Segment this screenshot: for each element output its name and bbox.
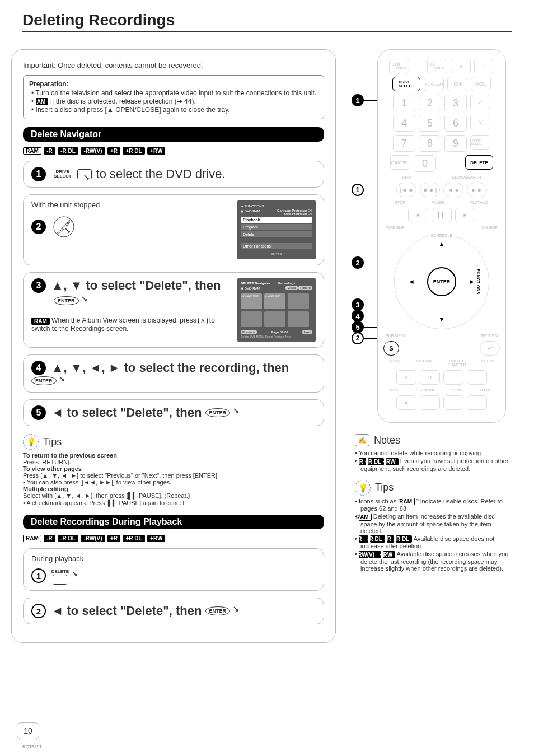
a-button[interactable]: A — [396, 370, 416, 385]
tv-video-button[interactable]: TV/VIDEO — [424, 77, 444, 91]
num-4-button[interactable]: 4 — [393, 115, 415, 132]
num-5-button[interactable]: 5 — [419, 115, 441, 132]
schedule-label: SCHEDULE — [431, 234, 452, 237]
preparation-heading: Preparation: — [29, 80, 318, 88]
dpad-down-icon[interactable]: ▼ — [438, 315, 445, 323]
remote-callout-4: 4 — [352, 310, 364, 322]
preparation-box: Preparation: • Turn on the television an… — [23, 75, 324, 119]
num-3-button[interactable]: 3 — [444, 95, 467, 111]
step-3-note: When the Album View screen is displayed,… — [50, 316, 198, 324]
step-number-icon: 1 — [31, 167, 46, 181]
disc-chip: RAM — [23, 535, 41, 542]
menu-item: Program — [241, 224, 312, 230]
cancel-button[interactable]: CANCEL — [390, 155, 410, 170]
ch-up-button[interactable]: ∧ — [451, 59, 471, 73]
d-button[interactable] — [467, 370, 487, 385]
step-3-box: 3 ▲, ▼ to select "Delete", then ENTER RA… — [23, 272, 324, 348]
rec-mode-button[interactable] — [420, 395, 440, 410]
num-7-button[interactable]: 7 — [393, 135, 415, 152]
playback-step-1-box: During playback 1 DELETE — [23, 548, 324, 591]
slow-back-button[interactable]: ◄◄ — [443, 183, 463, 197]
dpad-left-icon[interactable]: ◄ — [408, 278, 415, 286]
num-8-button[interactable]: 8 — [419, 135, 441, 152]
step-1-box: 1 DRIVE SELECT to select the DVD drive. — [23, 161, 324, 188]
status-button[interactable] — [467, 395, 487, 410]
disc-chip: -RW(V) — [81, 535, 105, 542]
ch-down-button[interactable]: ∨ — [470, 115, 490, 129]
enter-button-icon: ENTER — [205, 408, 231, 417]
enter-button-icon: ENTER — [205, 606, 231, 615]
pause-button[interactable]: ▍▍ — [432, 208, 452, 222]
ram-chip: RAM — [36, 98, 49, 105]
ch-up-button[interactable]: ∧ — [470, 95, 490, 109]
step-5-text: ◄ to select "Delete", then — [51, 405, 205, 419]
dvd-power-button[interactable]: DVD POWER — [389, 59, 409, 73]
notes-heading: ✍ Notes — [355, 434, 512, 446]
vol-up-button[interactable]: + — [474, 59, 494, 73]
disc-chip: -R — [44, 147, 55, 155]
playback-step-1-heading: During playback — [31, 554, 316, 563]
delete-navigator-header: Delete Navigator — [23, 127, 324, 142]
disc-chip: -R — [44, 535, 55, 542]
playback-step-2-text: ◄ to select "Delete", then — [51, 604, 205, 618]
dpad-right-icon[interactable]: ► — [469, 278, 475, 286]
stop-button[interactable]: ■ — [408, 208, 428, 222]
disc-chips-row: RAM -R -R DL -RW(V) +R +R DL +RW — [23, 533, 324, 543]
disc-chip: +R — [107, 535, 120, 542]
remote-callout-o1: 1 — [352, 184, 364, 196]
dpad-up-icon[interactable]: ▲ — [438, 240, 445, 248]
remote-callout-5: 5 — [352, 321, 364, 333]
return-button[interactable]: ↶ — [480, 341, 500, 356]
num-2-button[interactable]: 2 — [419, 95, 441, 111]
disc-chip: +R DL — [123, 535, 144, 542]
input-select-button[interactable]: INPUT SELECT — [470, 135, 490, 150]
dpad[interactable]: SCHEDULE ▲ ▼ ◄ ► ENTER FUNCTIONS — [394, 234, 489, 329]
enter-button[interactable]: ENTER — [427, 267, 456, 296]
remote-control: DVD POWER TV POWER ∧ + DRIVE SELECT TV/V… — [377, 49, 506, 423]
notes-icon: ✍ — [355, 434, 369, 446]
step-2-heading: With the unit stopped — [31, 200, 210, 209]
delete-navigator-screen: DELETE NavigatorRecordings ◉ DVD-RAM Vid… — [237, 278, 316, 342]
num-1-button[interactable]: 1 — [393, 95, 415, 111]
delete-playback-header: Delete Recordings During Playback — [23, 515, 324, 529]
page-title: Deleting Recordings — [22, 11, 512, 29]
b-button[interactable]: B — [420, 370, 440, 385]
num-0-button[interactable]: 0 — [414, 155, 436, 172]
page-number: 10 — [17, 722, 39, 739]
skip-fwd-button[interactable]: ►►| — [420, 183, 440, 197]
title-rule — [22, 31, 512, 32]
drive-select-button[interactable]: DRIVE SELECT — [392, 77, 420, 91]
f-rec-button[interactable] — [443, 395, 463, 410]
c-button[interactable] — [443, 370, 463, 385]
prep-item: • Insert a disc and press [▲ OPEN/CLOSE]… — [31, 106, 318, 114]
remote-callout-o2: 2 — [352, 332, 364, 344]
disc-chip: +R — [107, 147, 120, 155]
delete-button[interactable]: DELETE — [465, 155, 493, 170]
step-1-text: to select the DVD drive. — [96, 167, 226, 181]
menu-item: Other Functions — [241, 243, 312, 249]
ch-label: CH — [447, 77, 467, 91]
num-9-button[interactable]: 9 — [444, 135, 467, 152]
disc-chip: +RW — [147, 535, 165, 542]
tv-power-button[interactable]: TV POWER — [427, 59, 447, 73]
press-gesture-icon — [77, 169, 92, 179]
step-number-icon: 2 — [31, 220, 46, 234]
prep-item: • Turn on the television and select the … — [31, 89, 318, 97]
menu-item: Delete — [241, 231, 312, 237]
disc-chip: -RW(V) — [81, 147, 105, 155]
menu-item: Playback — [241, 217, 312, 223]
disc-chip: RAM — [23, 147, 41, 155]
functions-button-icon: FUNCTIONS — [51, 214, 76, 239]
vol-label: VOL — [471, 77, 491, 91]
skip-back-button[interactable]: |◄◄ — [396, 183, 416, 197]
rec-button[interactable]: ● — [396, 395, 416, 410]
step-number-icon: 5 — [31, 405, 46, 420]
disc-chip: +R DL — [123, 147, 144, 155]
key-a-chip: A — [198, 318, 208, 324]
num-6-button[interactable]: 6 — [444, 115, 467, 132]
s-button[interactable]: S — [383, 341, 399, 356]
play-button[interactable]: ► — [455, 208, 475, 222]
drive-select-label: DRIVE SELECT — [54, 170, 72, 179]
slow-fwd-button[interactable]: ►► — [467, 183, 487, 197]
tips-right-body: • Icons such as " RAM " indicate usable … — [355, 498, 512, 572]
